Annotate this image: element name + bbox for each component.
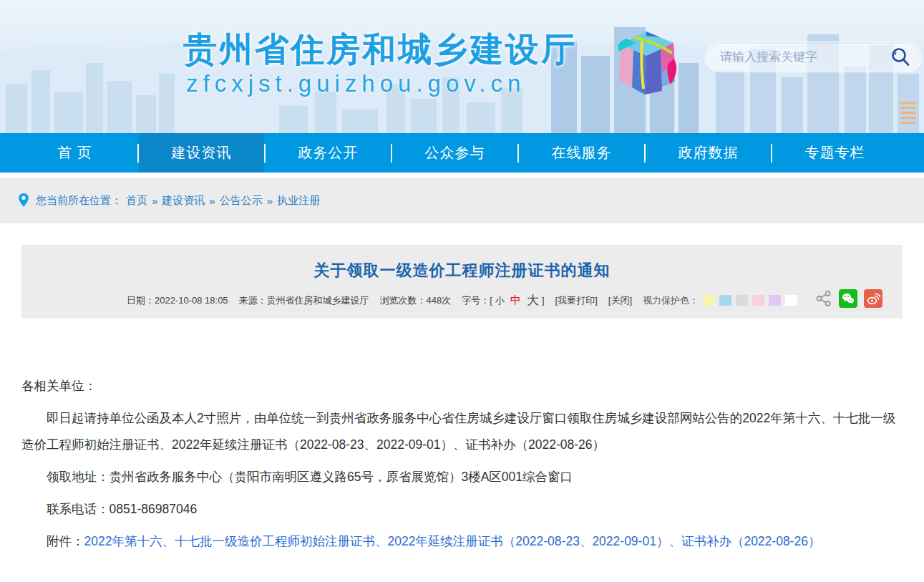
search-bar [705, 42, 922, 72]
fontsize-small-button[interactable]: 小 [495, 294, 505, 307]
share-buttons [815, 289, 882, 308]
nav-item-home[interactable]: 首 页 [12, 133, 137, 173]
breadcrumb-item-news[interactable]: 建设资讯 [162, 194, 205, 208]
eye-protect-label: 视力保护色： [643, 294, 699, 307]
nav-item-construction-news[interactable]: 建设资讯 [139, 133, 264, 173]
search-input[interactable] [720, 50, 890, 64]
eye-color-swatch[interactable] [752, 295, 764, 306]
meta-fontsize: 字号：[ 小 中 大 ] [462, 292, 544, 309]
site-title: 贵州省住房和城乡建设厅 [183, 27, 577, 72]
article-title: 关于领取一级造价工程师注册证书的通知 [21, 245, 903, 281]
nav-item-gov-data[interactable]: 政府数据 [646, 133, 771, 173]
meta-views: 浏览次数：448次 [380, 294, 452, 307]
eye-color-swatch[interactable] [719, 295, 731, 306]
eye-color-swatch[interactable] [736, 295, 748, 306]
article-header-panel: 关于领取一级造价工程师注册证书的通知 日期：2022-10-08 18:05 来… [21, 245, 903, 319]
breadcrumb-separator: » [267, 195, 273, 207]
breadcrumb-item-notices[interactable]: 公告公示 [220, 194, 263, 208]
print-button[interactable]: [我要打印] [555, 294, 598, 307]
search-icon[interactable] [890, 47, 911, 68]
attachment-label: 附件： [47, 534, 84, 548]
nav-item-gov-disclosure[interactable]: 政务公开 [266, 133, 391, 173]
breadcrumb-item-registration[interactable]: 执业注册 [277, 194, 320, 208]
location-pin-icon [17, 192, 30, 209]
wechat-icon [841, 291, 855, 306]
breadcrumb-item-home[interactable]: 首页 [126, 194, 147, 208]
close-button[interactable]: [关闭] [608, 294, 632, 307]
meta-date: 日期：2022-10-08 18:05 [127, 294, 228, 307]
weibo-icon [866, 291, 880, 306]
header-banner: 贵州省住房和城乡建设厅 zfcxjst.guizhou.gov.cn [0, 0, 924, 133]
eye-protect-swatches [703, 295, 797, 306]
breadcrumb-separator: » [209, 195, 215, 207]
nav-item-online-services[interactable]: 在线服务 [519, 133, 644, 173]
paragraph-address: 领取地址：贵州省政务服务中心（贵阳市南明区遵义路65号，原省展览馆）3楼A区00… [21, 464, 903, 490]
eye-color-swatch[interactable] [769, 295, 781, 306]
paragraph-phone: 联系电话：0851-86987046 [21, 496, 903, 523]
article-body: 各相关单位： 即日起请持单位公函及本人2寸照片，由单位统一到贵州省政务服务中心省… [0, 373, 924, 555]
paragraph-notice: 即日起请持单位公函及本人2寸照片，由单位统一到贵州省政务服务中心省住房城乡建设厅… [21, 405, 903, 458]
salutation: 各相关单位： [21, 373, 903, 399]
eye-protect-group: 视力保护色： [643, 294, 797, 307]
eye-color-swatch[interactable] [785, 295, 797, 306]
wechat-share-button[interactable] [839, 289, 857, 308]
nav-item-public-participation[interactable]: 公众参与 [392, 133, 517, 173]
article-meta: 日期：2022-10-08 18:05 来源：贵州省住房和城乡建设厅 浏览次数：… [21, 292, 903, 309]
fontsize-medium-button[interactable]: 中 [510, 294, 521, 307]
nav-item-special-topics[interactable]: 专题专栏 [772, 133, 898, 173]
breadcrumb: 您当前所在位置： 首页 » 建设资讯 » 公告公示 » 执业注册 [0, 178, 924, 223]
meta-source: 来源：贵州省住房和城乡建设厅 [239, 294, 369, 307]
eye-color-swatch[interactable] [703, 295, 715, 306]
share-icon[interactable] [815, 290, 832, 307]
attachment-link[interactable]: 2022年第十六、十七批一级造价工程师初始注册证书、2022年延续注册证书（20… [84, 534, 821, 548]
site-domain: zfcxjst.guizhou.gov.cn [186, 70, 525, 97]
cube-logo-icon [605, 23, 689, 105]
fontsize-large-button[interactable]: 大 [527, 292, 539, 309]
breadcrumb-prefix: 您当前所在位置： [36, 194, 122, 208]
paragraph-attachment: 附件：2022年第十六、十七批一级造价工程师初始注册证书、2022年延续注册证书… [21, 528, 903, 555]
breadcrumb-separator: » [152, 195, 157, 207]
main-nav: 首 页 建设资讯 政务公开 公众参与 在线服务 政府数据 专题专栏 [0, 133, 924, 173]
weibo-share-button[interactable] [864, 289, 882, 308]
